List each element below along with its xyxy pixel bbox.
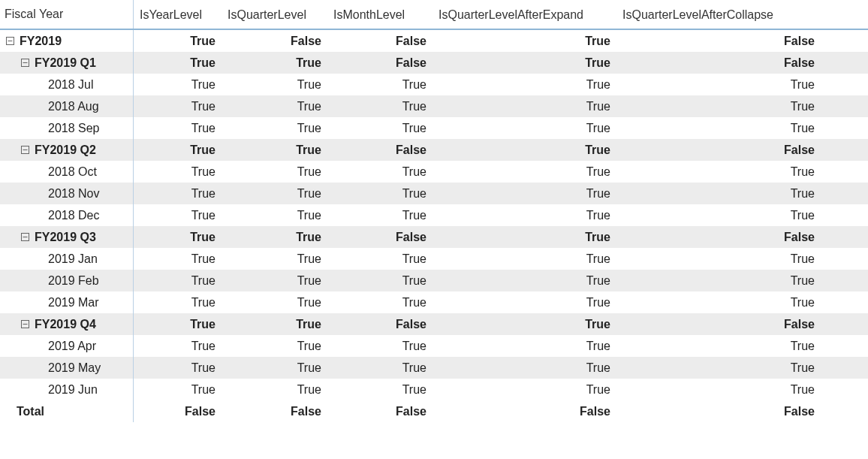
value-cell: False [327, 30, 432, 52]
column-header-isquarterlevelaftercollapse[interactable]: IsQuarterLevelAfterCollapse [616, 0, 828, 29]
total-cell: False [327, 400, 432, 422]
table-row: FY2019 Q4TrueTrueFalseTrueFalse [0, 313, 868, 335]
value-cell: True [134, 335, 222, 357]
value-cell: True [616, 270, 828, 291]
row-header: 2019 Jun [0, 379, 134, 400]
table-row: 2018 DecTrueTrueTrueTrueTrue [0, 204, 868, 226]
column-header-isquarterlevel[interactable]: IsQuarterLevel [222, 0, 327, 29]
value-cell: True [134, 161, 222, 183]
value-cell: True [327, 161, 432, 183]
collapse-icon[interactable] [20, 319, 30, 330]
row-header: 2018 Sep [0, 117, 134, 139]
row-label: 2018 Oct [48, 161, 97, 183]
row-header: 2019 Apr [0, 335, 134, 357]
value-cell: True [222, 117, 327, 139]
row-header[interactable]: FY2019 [0, 30, 134, 52]
value-cell: True [222, 139, 327, 161]
collapse-icon[interactable] [20, 145, 30, 156]
value-cell: True [327, 204, 432, 226]
row-header: 2018 Aug [0, 95, 134, 117]
row-header[interactable]: FY2019 Q4 [0, 313, 134, 335]
value-cell: True [222, 204, 327, 226]
value-cell: True [327, 335, 432, 357]
column-header-fiscal-year[interactable]: Fiscal Year [0, 0, 134, 29]
row-header: 2019 Mar [0, 291, 134, 313]
total-cell: False [616, 400, 828, 422]
matrix-table: Fiscal Year IsYearLevel IsQuarterLevel I… [0, 0, 868, 422]
value-cell: True [432, 379, 616, 400]
row-label: 2019 Jan [48, 248, 98, 270]
value-cell: True [222, 291, 327, 313]
value-cell: True [134, 226, 222, 248]
row-label: 2018 Sep [48, 117, 100, 139]
row-label: 2019 May [48, 357, 101, 379]
table-row: 2018 NovTrueTrueTrueTrueTrue [0, 183, 868, 204]
value-cell: True [432, 183, 616, 204]
value-cell: False [616, 52, 828, 74]
table-row: FY2019TrueFalseFalseTrueFalse [0, 30, 868, 52]
value-cell: True [327, 95, 432, 117]
table-row: 2018 OctTrueTrueTrueTrueTrue [0, 161, 868, 183]
value-cell: True [616, 183, 828, 204]
value-cell: False [222, 30, 327, 52]
value-cell: True [432, 52, 616, 74]
table-row: 2018 JulTrueTrueTrueTrueTrue [0, 74, 868, 95]
value-cell: True [327, 74, 432, 95]
value-cell: True [134, 204, 222, 226]
row-label: 2018 Aug [48, 95, 99, 117]
value-cell: True [327, 117, 432, 139]
table-row: 2019 FebTrueTrueTrueTrueTrue [0, 270, 868, 291]
row-label: 2019 Mar [48, 291, 99, 313]
value-cell: False [327, 226, 432, 248]
value-cell: True [616, 248, 828, 270]
value-cell: True [432, 357, 616, 379]
collapse-icon[interactable] [20, 58, 30, 68]
value-cell: True [222, 74, 327, 95]
row-header[interactable]: FY2019 Q2 [0, 139, 134, 161]
row-header: 2018 Nov [0, 183, 134, 204]
value-cell: True [134, 117, 222, 139]
total-label-cell: Total [0, 400, 134, 422]
collapse-icon[interactable] [5, 36, 15, 47]
row-header: 2019 Jan [0, 248, 134, 270]
table-row: 2019 JunTrueTrueTrueTrueTrue [0, 379, 868, 400]
row-header: 2018 Jul [0, 74, 134, 95]
row-label: FY2019 Q2 [35, 139, 96, 161]
total-cell: False [134, 400, 222, 422]
row-header[interactable]: FY2019 Q1 [0, 52, 134, 74]
value-cell: True [222, 248, 327, 270]
total-label: Total [17, 400, 44, 422]
row-header: 2019 Feb [0, 270, 134, 291]
value-cell: False [616, 313, 828, 335]
value-cell: True [134, 183, 222, 204]
table-row: FY2019 Q1TrueTrueFalseTrueFalse [0, 52, 868, 74]
table-row: 2018 AugTrueTrueTrueTrueTrue [0, 95, 868, 117]
row-label: 2019 Feb [48, 270, 99, 291]
value-cell: True [616, 379, 828, 400]
value-cell: True [222, 52, 327, 74]
row-header[interactable]: FY2019 Q3 [0, 226, 134, 248]
value-cell: True [327, 291, 432, 313]
value-cell: True [616, 335, 828, 357]
value-cell: True [222, 357, 327, 379]
value-cell: True [134, 313, 222, 335]
value-cell: True [432, 95, 616, 117]
value-cell: True [432, 291, 616, 313]
column-header-row: Fiscal Year IsYearLevel IsQuarterLevel I… [0, 0, 868, 30]
row-label: FY2019 Q4 [35, 313, 96, 335]
value-cell: False [616, 30, 828, 52]
total-cell: False [432, 400, 616, 422]
table-row: FY2019 Q3TrueTrueFalseTrueFalse [0, 226, 868, 248]
value-cell: True [134, 248, 222, 270]
value-cell: True [616, 291, 828, 313]
column-header-isyearlevel[interactable]: IsYearLevel [134, 0, 222, 29]
value-cell: True [134, 30, 222, 52]
value-cell: True [432, 335, 616, 357]
column-header-isquarterlevelafterexpand[interactable]: IsQuarterLevelAfterExpand [432, 0, 616, 29]
collapse-icon[interactable] [20, 232, 30, 243]
value-cell: True [432, 139, 616, 161]
value-cell: True [134, 270, 222, 291]
total-cell: False [222, 400, 327, 422]
value-cell: False [616, 226, 828, 248]
column-header-ismonthlevel[interactable]: IsMonthLevel [327, 0, 432, 29]
